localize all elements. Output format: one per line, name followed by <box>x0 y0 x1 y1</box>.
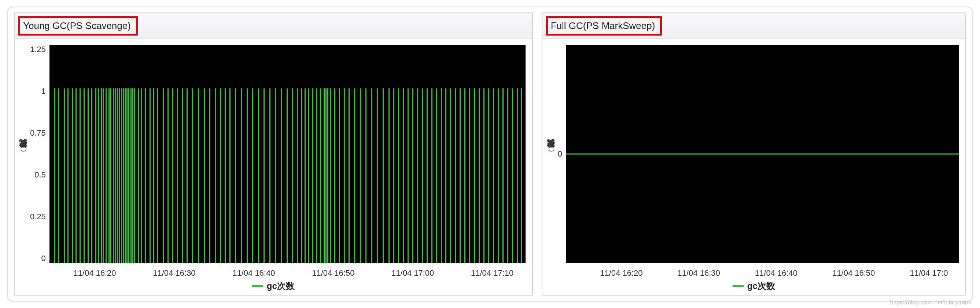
bar <box>220 88 221 263</box>
bar <box>426 88 428 263</box>
bar <box>103 88 104 263</box>
bar <box>398 88 399 263</box>
flat-line-zero <box>566 154 959 155</box>
x-tick: 11/04 17:00 <box>391 268 434 278</box>
bar <box>348 88 350 263</box>
bar <box>269 88 270 263</box>
bar <box>339 88 340 263</box>
bar <box>138 88 139 263</box>
bar <box>125 88 126 263</box>
bar <box>360 88 361 263</box>
bar <box>312 88 313 263</box>
bar <box>460 88 461 263</box>
x-axis-row: 11/04 16:2011/04 16:3011/04 16:4011/04 1… <box>15 266 532 279</box>
bar <box>121 88 122 263</box>
x-tick: 11/04 16:20 <box>73 268 116 278</box>
bar <box>301 88 302 263</box>
bar <box>128 88 129 263</box>
bar <box>91 88 92 263</box>
bar <box>275 88 276 263</box>
bar <box>393 88 395 263</box>
bar <box>324 88 325 263</box>
y-tick: 1 <box>41 86 46 96</box>
bar <box>377 88 378 263</box>
bar <box>172 88 173 263</box>
bar <box>325 88 326 263</box>
bar <box>110 88 111 263</box>
panel-header: Full GC(PS MarkSweep) <box>542 13 965 39</box>
bar <box>235 88 236 263</box>
legend: gc次数 <box>15 279 532 295</box>
bar <box>67 88 68 263</box>
bar <box>204 88 205 263</box>
y-axis-ticks: 0 <box>558 45 566 263</box>
title-highlight-box: Young GC(PS Scavenge) <box>18 16 138 35</box>
bar <box>75 88 76 263</box>
x-tick: 11/04 16:30 <box>678 268 720 278</box>
bar <box>198 88 199 263</box>
bar <box>141 88 142 263</box>
bar <box>252 88 253 263</box>
bar <box>108 88 110 263</box>
bar <box>521 88 522 263</box>
bar <box>503 88 504 263</box>
legend-swatch-icon <box>733 285 744 287</box>
bar <box>84 88 85 263</box>
y-tick: 0.75 <box>30 128 46 138</box>
bar <box>334 88 335 263</box>
x-tick: 11/04 16:50 <box>832 268 875 278</box>
panel-header: Young GC(PS Scavenge) <box>15 13 532 39</box>
bar <box>119 88 120 263</box>
bar <box>371 88 372 263</box>
bar <box>186 88 188 263</box>
bar <box>167 88 169 263</box>
bar <box>330 88 331 263</box>
bar <box>80 88 81 263</box>
x-tick: 11/04 17:10 <box>471 268 514 278</box>
bar <box>308 88 309 263</box>
bar <box>417 88 418 263</box>
x-tick: 11/04 16:40 <box>755 268 797 278</box>
y-axis-label-col: 执行次数变化量（次） <box>544 45 558 263</box>
bar <box>95 88 96 263</box>
y-tick: 0.25 <box>30 212 46 222</box>
y-axis-label-col: 执行次数变化量（次） <box>16 45 30 263</box>
plot-area <box>566 45 959 263</box>
chart-area: 执行次数变化量（次） 1.2510.750.50.250 <box>15 39 532 266</box>
bar <box>479 88 480 263</box>
bar <box>422 88 423 263</box>
x-tick: 11/04 16:40 <box>232 268 275 278</box>
bar <box>383 88 384 263</box>
bar <box>507 88 508 263</box>
bar <box>182 88 183 263</box>
bar <box>115 88 116 263</box>
bar <box>305 88 305 263</box>
x-tick: 11/04 16:20 <box>600 268 643 278</box>
bar <box>225 88 226 263</box>
bar <box>58 88 59 263</box>
young-gc-panel: Young GC(PS Scavenge) 执行次数变化量（次） 1.2510.… <box>14 13 533 295</box>
bar <box>327 88 328 263</box>
bar <box>512 88 513 263</box>
x-tick: 11/04 17:0 <box>910 268 948 278</box>
y-tick: 0 <box>41 254 46 263</box>
bar <box>72 88 73 263</box>
bar <box>264 88 265 263</box>
bar <box>455 88 456 263</box>
x-tick: 11/04 16:50 <box>312 268 355 278</box>
bar <box>484 88 485 263</box>
bar <box>113 88 115 263</box>
bar <box>474 88 475 263</box>
bar <box>488 88 489 263</box>
bar <box>241 88 242 263</box>
full-gc-panel: Full GC(PS MarkSweep) 执行次数变化量（次） 0 11/04… <box>542 13 966 295</box>
bar <box>493 88 494 263</box>
bar <box>320 88 321 263</box>
bar <box>101 88 102 263</box>
bar <box>247 88 248 263</box>
bar <box>445 88 446 263</box>
bar <box>407 88 409 263</box>
bar <box>126 88 127 263</box>
x-tick: 11/04 16:30 <box>153 268 195 278</box>
bar <box>469 88 470 263</box>
